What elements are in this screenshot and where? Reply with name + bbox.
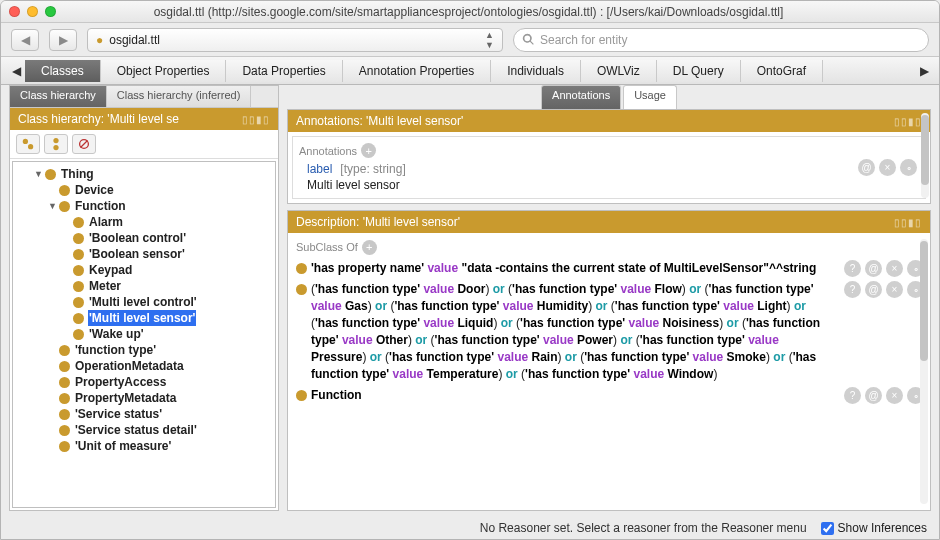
delete-class-button[interactable] bbox=[72, 134, 96, 154]
annotation-row[interactable]: label [type: string] bbox=[307, 162, 919, 176]
add-axiom-button[interactable]: + bbox=[362, 240, 377, 255]
class-icon bbox=[59, 409, 70, 420]
tree-node[interactable]: ▼Function bbox=[19, 198, 271, 214]
tree-node[interactable]: 'Unit of measure' bbox=[19, 438, 271, 454]
axiom-action-button[interactable]: × bbox=[886, 260, 903, 277]
class-icon bbox=[73, 233, 84, 244]
forward-button[interactable]: ▶ bbox=[49, 29, 77, 51]
class-icon bbox=[59, 361, 70, 372]
description-header: Description: 'Multi level sensor' ▯▯▮▯ bbox=[288, 211, 930, 233]
annotations-header-title: Annotations: 'Multi level sensor' bbox=[296, 114, 463, 128]
class-tree[interactable]: ▼ThingDevice▼FunctionAlarm'Boolean contr… bbox=[12, 161, 276, 508]
disclosure-icon[interactable]: ▼ bbox=[47, 198, 58, 214]
tree-node[interactable]: PropertyMetadata bbox=[19, 390, 271, 406]
show-inferences-checkbox[interactable] bbox=[821, 522, 834, 535]
panel-controls-icon[interactable]: ▯▯▮▯ bbox=[894, 217, 922, 228]
tab-individuals[interactable]: Individuals bbox=[491, 60, 581, 82]
axiom-action-button[interactable]: × bbox=[886, 281, 903, 298]
tab-data-properties[interactable]: Data Properties bbox=[226, 60, 342, 82]
class-icon bbox=[59, 441, 70, 452]
axiom-action-button[interactable]: × bbox=[886, 387, 903, 404]
tree-node[interactable]: 'Boolean sensor' bbox=[19, 246, 271, 262]
tree-node[interactable]: 'Wake up' bbox=[19, 326, 271, 342]
axiom-text: Function bbox=[311, 387, 834, 404]
tab-dl-query[interactable]: DL Query bbox=[657, 60, 741, 82]
tree-node[interactable]: 'Service status detail' bbox=[19, 422, 271, 438]
annotation-delete-button[interactable]: × bbox=[879, 159, 896, 176]
annotations-header: Annotations: 'Multi level sensor' ▯▯▮▯ bbox=[288, 110, 930, 132]
status-bar: No Reasoner set. Select a reasoner from … bbox=[13, 521, 927, 535]
add-sibling-button[interactable] bbox=[16, 134, 40, 154]
svg-point-2 bbox=[53, 138, 58, 143]
class-icon bbox=[73, 313, 84, 324]
annotation-more-button[interactable]: ∘ bbox=[900, 159, 917, 176]
axiom-action-button[interactable]: ? bbox=[844, 281, 861, 298]
scrollbar-thumb[interactable] bbox=[920, 241, 928, 361]
search-icon bbox=[522, 33, 535, 46]
tab-annotation-properties[interactable]: Annotation Properties bbox=[343, 60, 491, 82]
panel-controls-icon[interactable]: ▯▯▮▯ bbox=[894, 116, 922, 127]
disclosure-icon[interactable]: ▼ bbox=[33, 166, 44, 182]
details-tab-usage[interactable]: Usage bbox=[623, 85, 677, 109]
tree-node[interactable]: Device bbox=[19, 182, 271, 198]
tree-node-label: 'Multi level control' bbox=[88, 294, 198, 310]
axiom-row[interactable]: ('has function type' value Door) or ('ha… bbox=[296, 281, 924, 383]
annotations-body: Annotations + @ × ∘ label [type: string] bbox=[292, 136, 926, 199]
class-icon bbox=[59, 393, 70, 404]
tab-object-properties[interactable]: Object Properties bbox=[101, 60, 227, 82]
add-annotation-button[interactable]: + bbox=[361, 143, 376, 158]
tree-node[interactable]: 'Multi level control' bbox=[19, 294, 271, 310]
tree-node[interactable]: Alarm bbox=[19, 214, 271, 230]
class-icon bbox=[73, 217, 84, 228]
hierarchy-tab-1[interactable]: Class hierarchy (inferred) bbox=[107, 86, 251, 107]
axiom-row[interactable]: Function?@×∘ bbox=[296, 387, 924, 404]
class-icon bbox=[45, 169, 56, 180]
tree-node-label: 'Service status' bbox=[74, 406, 163, 422]
search-input[interactable]: Search for entity bbox=[513, 28, 929, 52]
annotation-value: Multi level sensor bbox=[307, 178, 919, 192]
tree-node-label: Alarm bbox=[88, 214, 124, 230]
back-button[interactable]: ◀ bbox=[11, 29, 39, 51]
tree-node[interactable]: PropertyAccess bbox=[19, 374, 271, 390]
tabbar-scroll-right[interactable]: ▶ bbox=[915, 61, 933, 81]
tree-node[interactable]: Keypad bbox=[19, 262, 271, 278]
ontology-dropdown[interactable]: ● osgidal.ttl ▲▼ bbox=[87, 28, 503, 52]
tree-node[interactable]: ▼Thing bbox=[19, 166, 271, 182]
tabbar-scroll-left[interactable]: ◀ bbox=[7, 61, 25, 81]
svg-point-0 bbox=[23, 139, 28, 144]
tree-node[interactable]: OperationMetadata bbox=[19, 358, 271, 374]
tree-node-label: 'Service status detail' bbox=[74, 422, 198, 438]
ontology-icon: ● bbox=[96, 33, 103, 47]
tab-owlviz[interactable]: OWLViz bbox=[581, 60, 657, 82]
axiom-text: 'has property name' value "data -contain… bbox=[311, 260, 834, 277]
axiom-action-button[interactable]: @ bbox=[865, 281, 882, 298]
svg-line-5 bbox=[81, 141, 88, 148]
tree-node[interactable]: 'Multi level sensor' bbox=[19, 310, 271, 326]
axiom-action-button[interactable]: ? bbox=[844, 387, 861, 404]
hierarchy-tab-0[interactable]: Class hierarchy bbox=[10, 86, 107, 107]
annotation-type: [type: string] bbox=[340, 162, 405, 176]
tab-classes[interactable]: Classes bbox=[25, 60, 101, 82]
tree-node[interactable]: 'Boolean control' bbox=[19, 230, 271, 246]
scrollbar-thumb[interactable] bbox=[921, 115, 929, 185]
annotation-at-button[interactable]: @ bbox=[858, 159, 875, 176]
axiom-actions: ?@×∘ bbox=[844, 387, 924, 404]
annotations-section-label: Annotations + bbox=[299, 143, 919, 158]
axiom-action-button[interactable]: @ bbox=[865, 260, 882, 277]
tree-node[interactable]: Meter bbox=[19, 278, 271, 294]
details-tab-annotations[interactable]: Annotations bbox=[541, 85, 621, 109]
class-icon bbox=[73, 249, 84, 260]
panel-controls-icon[interactable]: ▯▯▮▯ bbox=[242, 114, 270, 125]
axiom-row[interactable]: 'has property name' value "data -contain… bbox=[296, 260, 924, 277]
axiom-action-button[interactable]: ? bbox=[844, 260, 861, 277]
tree-node[interactable]: 'function type' bbox=[19, 342, 271, 358]
tree-node-label: Function bbox=[74, 198, 127, 214]
add-child-button[interactable] bbox=[44, 134, 68, 154]
hierarchy-header-title: Class hierarchy: 'Multi level se bbox=[18, 112, 179, 126]
tab-ontograf[interactable]: OntoGraf bbox=[741, 60, 823, 82]
axiom-actions: ?@×∘ bbox=[844, 281, 924, 298]
description-body: SubClass Of + 'has property name' value … bbox=[288, 233, 930, 423]
show-inferences-toggle[interactable]: Show Inferences bbox=[821, 521, 927, 535]
tree-node[interactable]: 'Service status' bbox=[19, 406, 271, 422]
axiom-action-button[interactable]: @ bbox=[865, 387, 882, 404]
